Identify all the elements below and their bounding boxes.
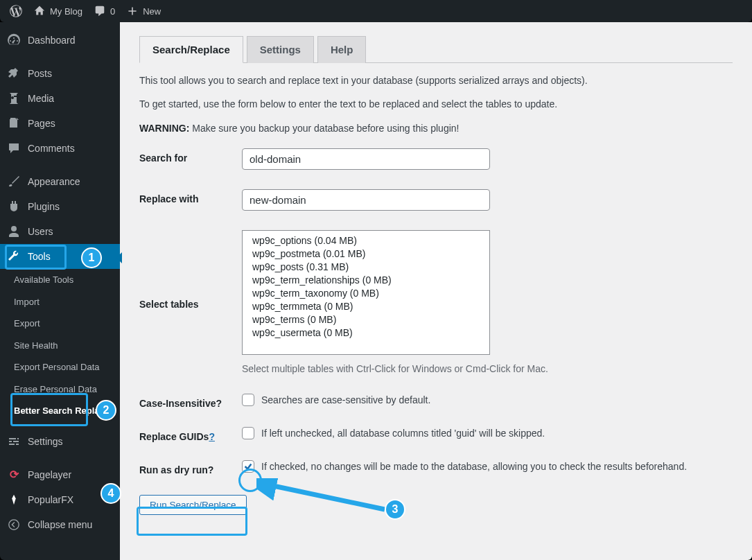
intro-p2: To get started, use the form below to en… bbox=[139, 96, 733, 112]
sidebar-item-plugins[interactable]: Plugins bbox=[0, 194, 120, 219]
tables-hint: Select multiple tables with Ctrl-Click f… bbox=[242, 363, 733, 374]
sidebar-collapse[interactable]: Collapse menu bbox=[0, 512, 120, 537]
admin-toolbar: My Blog 0 New bbox=[0, 0, 752, 22]
collapse-icon bbox=[7, 518, 21, 532]
tab-settings[interactable]: Settings bbox=[247, 36, 314, 63]
label-dry-run: Run as dry run? bbox=[139, 460, 242, 475]
table-option[interactable]: wp9c_posts (0.31 MB) bbox=[243, 260, 489, 273]
main-content: Search/Replace Settings Help This tool a… bbox=[120, 22, 752, 560]
svg-line-1 bbox=[267, 484, 385, 509]
label-search-for: Search for bbox=[139, 148, 242, 164]
case-desc: Searches are case-sensitive by default. bbox=[261, 394, 430, 405]
comments-icon bbox=[7, 141, 21, 155]
tools-submenu: Available Tools Import Export Site Healt… bbox=[0, 269, 120, 422]
sidebar-label: Appearance bbox=[28, 176, 80, 187]
callout-badge-1: 1 bbox=[81, 247, 102, 268]
plugin-icon bbox=[7, 200, 21, 213]
sidebar-label: Posts bbox=[28, 68, 52, 79]
sidebar-label: Collapse menu bbox=[28, 519, 92, 530]
sidebar-item-media[interactable]: Media bbox=[0, 86, 120, 111]
sub-erase-personal-data[interactable]: Erase Personal Data bbox=[0, 378, 120, 401]
label-case-insensitive: Case-Insensitive? bbox=[139, 394, 242, 409]
tab-help[interactable]: Help bbox=[317, 36, 367, 63]
user-icon bbox=[7, 225, 21, 238]
sub-site-health[interactable]: Site Health bbox=[0, 335, 120, 357]
sidebar-label: Plugins bbox=[28, 201, 60, 212]
sidebar-item-settings[interactable]: Settings bbox=[0, 429, 120, 454]
sidebar-label: Comments bbox=[28, 143, 75, 154]
wordpress-icon bbox=[10, 5, 22, 17]
admin-sidebar: Dashboard Posts Media Pages Comments App… bbox=[0, 22, 120, 560]
pin-icon bbox=[7, 67, 21, 80]
pages-icon bbox=[7, 116, 21, 130]
label-select-tables: Select tables bbox=[139, 295, 242, 310]
nav-tabs: Search/Replace Settings Help bbox=[139, 36, 733, 63]
intro-p1: This tool allows you to search and repla… bbox=[139, 73, 733, 88]
sidebar-label: Pagelayer bbox=[28, 469, 71, 480]
pagelayer-icon: ⟳ bbox=[7, 468, 21, 482]
sub-export[interactable]: Export bbox=[0, 313, 120, 335]
site-name-label: My Blog bbox=[50, 6, 82, 17]
sidebar-label: Media bbox=[28, 93, 54, 104]
tab-search-replace[interactable]: Search/Replace bbox=[139, 36, 243, 63]
new-link[interactable]: New bbox=[121, 0, 166, 22]
comment-icon bbox=[94, 5, 106, 17]
intro-text: This tool allows you to search and repla… bbox=[139, 73, 733, 136]
sliders-icon bbox=[7, 435, 21, 448]
comments-link[interactable]: 0 bbox=[88, 0, 121, 22]
home-icon bbox=[33, 5, 46, 17]
table-option[interactable]: wp9c_term_relationships (0 MB) bbox=[243, 273, 489, 286]
arrow-3 bbox=[256, 478, 395, 520]
sidebar-label: Pages bbox=[28, 118, 55, 129]
plus-icon bbox=[126, 5, 139, 17]
sidebar-item-pagelayer[interactable]: ⟳ Pagelayer bbox=[0, 462, 120, 487]
sidebar-label: Settings bbox=[28, 436, 63, 447]
flyout-arrow bbox=[116, 252, 122, 263]
table-option[interactable]: wp9c_termmeta (0 MB) bbox=[243, 299, 489, 313]
table-option[interactable]: wp9c_postmeta (0.01 MB) bbox=[243, 247, 489, 260]
replace-with-input[interactable] bbox=[242, 189, 490, 211]
sidebar-item-comments[interactable]: Comments bbox=[0, 136, 120, 161]
dashboard-icon bbox=[7, 33, 21, 47]
comments-count: 0 bbox=[110, 6, 115, 17]
media-icon bbox=[7, 91, 21, 105]
intro-warning: WARNING: Make sure you backup your datab… bbox=[139, 121, 733, 136]
callout-badge-4: 4 bbox=[100, 483, 121, 504]
sidebar-label: PopularFX bbox=[28, 494, 73, 505]
guids-help-link[interactable]: ? bbox=[209, 431, 215, 442]
sub-export-personal-data[interactable]: Export Personal Data bbox=[0, 356, 120, 378]
table-option[interactable]: wp9c_usermeta (0 MB) bbox=[243, 326, 489, 339]
brush-icon bbox=[7, 175, 21, 189]
tables-select[interactable]: wp9c_options (0.04 MB)wp9c_postmeta (0.0… bbox=[242, 230, 490, 355]
case-insensitive-checkbox[interactable] bbox=[242, 394, 254, 406]
search-for-input[interactable] bbox=[242, 148, 490, 170]
sidebar-item-tools[interactable]: Tools bbox=[0, 244, 120, 269]
svg-point-0 bbox=[9, 520, 19, 530]
sub-available-tools[interactable]: Available Tools bbox=[0, 269, 120, 291]
label-replace-guids: Replace GUIDs? bbox=[139, 427, 242, 442]
sidebar-item-dashboard[interactable]: Dashboard bbox=[0, 28, 120, 53]
table-option[interactable]: wp9c_terms (0 MB) bbox=[243, 313, 489, 326]
popularfx-icon bbox=[7, 493, 21, 507]
wp-logo[interactable] bbox=[4, 0, 28, 22]
table-option[interactable]: wp9c_options (0.04 MB) bbox=[243, 234, 489, 247]
guids-desc: If left unchecked, all database columns … bbox=[261, 428, 545, 439]
replace-guids-checkbox[interactable] bbox=[242, 427, 254, 439]
wrench-icon bbox=[7, 250, 21, 263]
table-option[interactable]: wp9c_term_taxonomy (0 MB) bbox=[243, 286, 489, 299]
sub-import[interactable]: Import bbox=[0, 291, 120, 313]
sidebar-item-users[interactable]: Users bbox=[0, 219, 120, 244]
sidebar-label: Dashboard bbox=[28, 35, 76, 46]
dryrun-desc: If checked, no changes will be made to t… bbox=[261, 461, 687, 472]
new-label: New bbox=[143, 6, 161, 17]
callout-badge-2: 2 bbox=[96, 400, 116, 421]
sidebar-item-appearance[interactable]: Appearance bbox=[0, 169, 120, 194]
sidebar-item-posts[interactable]: Posts bbox=[0, 61, 120, 86]
run-search-replace-button[interactable]: Run Search/Replace bbox=[139, 495, 247, 515]
sidebar-label: Tools bbox=[28, 251, 51, 262]
site-link[interactable]: My Blog bbox=[28, 0, 88, 22]
sidebar-label: Users bbox=[28, 226, 53, 237]
label-replace-with: Replace with bbox=[139, 189, 242, 204]
callout-badge-3: 3 bbox=[385, 499, 405, 520]
sidebar-item-pages[interactable]: Pages bbox=[0, 111, 120, 136]
